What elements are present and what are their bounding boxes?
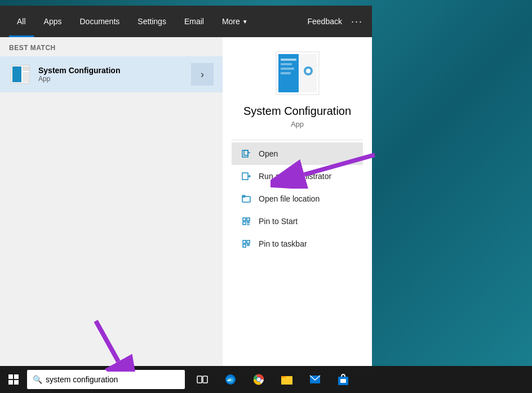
action-open[interactable]: Open <box>232 142 363 165</box>
svg-rect-23 <box>243 244 246 247</box>
system-config-small-icon <box>9 63 32 86</box>
result-expand-arrow[interactable]: › <box>191 63 214 86</box>
action-pin-to-start[interactable]: Pin to Start <box>232 210 363 233</box>
pin-to-start-icon <box>241 216 252 227</box>
svg-rect-3 <box>23 72 29 82</box>
svg-rect-29 <box>14 380 19 385</box>
mail-icon[interactable] <box>302 366 328 393</box>
result-name: System Configuration <box>38 66 191 75</box>
open-file-location-icon <box>241 193 252 204</box>
action-open-file-location[interactable]: Open file location <box>232 187 363 210</box>
action-list: Open Run as administrator <box>232 142 363 255</box>
action-pin-to-taskbar[interactable]: Pin to taskbar <box>232 233 363 255</box>
nav-tabs: All Apps Documents Settings Email More ▼ <box>9 6 308 37</box>
more-dropdown-arrow: ▼ <box>242 19 248 25</box>
app-title: System Configuration <box>243 105 351 118</box>
nav-bar: All Apps Documents Settings Email More ▼ <box>0 6 372 37</box>
run-as-admin-icon <box>241 171 252 182</box>
divider <box>232 140 363 140</box>
svg-rect-7 <box>281 63 292 65</box>
svg-rect-15 <box>242 173 248 180</box>
feedback-button[interactable]: Feedback <box>308 17 342 26</box>
pin-to-taskbar-icon <box>241 238 252 249</box>
svg-rect-14 <box>244 150 248 155</box>
edge-icon[interactable] <box>218 366 243 393</box>
file-explorer-icon[interactable] <box>274 366 300 393</box>
svg-rect-1 <box>12 66 21 82</box>
more-options-button[interactable]: ··· <box>351 16 363 28</box>
svg-rect-19 <box>247 218 250 221</box>
taskbar-icons <box>189 366 356 393</box>
app-subtitle: App <box>291 120 304 128</box>
tab-apps[interactable]: Apps <box>36 6 70 37</box>
taskbar: 🔍 system configuration <box>0 366 532 393</box>
chrome-icon[interactable] <box>246 366 272 393</box>
result-text: System Configuration App <box>38 66 191 83</box>
search-bar[interactable]: 🔍 system configuration <box>27 370 185 389</box>
tab-more[interactable]: More ▼ <box>214 6 256 37</box>
svg-point-12 <box>306 69 311 73</box>
action-run-as-admin[interactable]: Run as administrator <box>232 165 363 187</box>
svg-rect-27 <box>14 374 19 379</box>
svg-rect-22 <box>247 240 250 243</box>
svg-point-35 <box>257 378 260 381</box>
open-icon <box>241 148 252 159</box>
svg-rect-38 <box>281 378 292 385</box>
search-input-text[interactable]: system configuration <box>46 375 179 384</box>
svg-rect-9 <box>281 72 291 74</box>
result-item-system-config[interactable]: System Configuration App › <box>0 56 223 92</box>
svg-rect-30 <box>197 376 202 383</box>
best-match-label: Best match <box>0 37 223 56</box>
start-button[interactable] <box>0 366 27 393</box>
start-menu: All Apps Documents Settings Email More ▼ <box>0 6 372 366</box>
nav-right: Feedback ··· <box>308 16 363 28</box>
svg-rect-18 <box>243 218 246 221</box>
tab-settings[interactable]: Settings <box>130 6 174 37</box>
svg-rect-26 <box>8 374 13 379</box>
svg-rect-21 <box>243 240 246 243</box>
svg-rect-28 <box>8 380 13 385</box>
desktop: All Apps Documents Settings Email More ▼ <box>0 0 532 393</box>
svg-rect-2 <box>23 66 29 71</box>
svg-rect-31 <box>203 376 207 383</box>
search-icon: 🔍 <box>33 375 42 384</box>
tab-documents[interactable]: Documents <box>72 6 127 37</box>
tab-email[interactable]: Email <box>176 6 212 37</box>
task-view-icon[interactable] <box>189 366 215 393</box>
right-panel: System Configuration App Open <box>223 37 372 366</box>
svg-rect-13 <box>242 150 248 157</box>
left-panel: Best match System Configuration Ap <box>0 37 223 366</box>
tab-all[interactable]: All <box>9 6 34 37</box>
app-icon-large <box>275 51 320 96</box>
svg-rect-20 <box>243 222 246 225</box>
content-area: Best match System Configuration Ap <box>0 37 372 366</box>
result-type: App <box>38 75 191 83</box>
svg-rect-8 <box>281 68 294 70</box>
svg-rect-41 <box>340 379 346 383</box>
svg-rect-6 <box>281 59 296 61</box>
store-icon[interactable] <box>330 366 356 393</box>
